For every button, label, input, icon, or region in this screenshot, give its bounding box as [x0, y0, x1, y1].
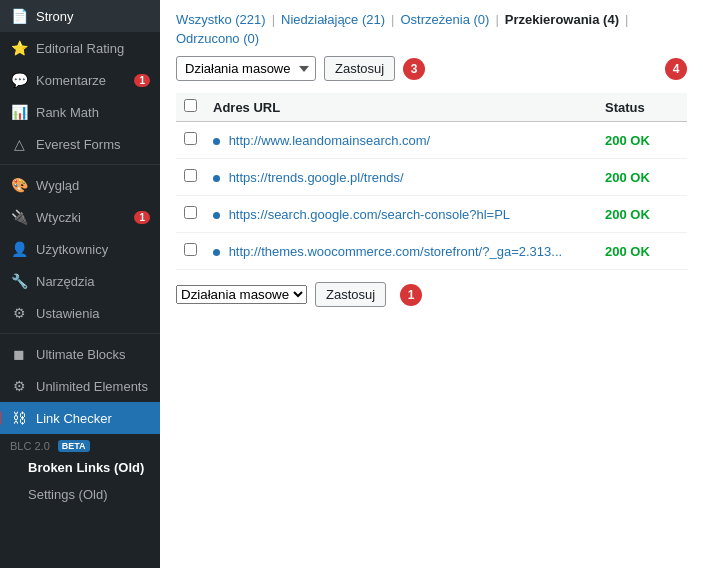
sidebar-label-narzedzia: Narzędzia [36, 274, 150, 289]
annotation-1: 1 [400, 284, 422, 306]
row-status-cell: 200 OK [597, 233, 687, 270]
sidebar-divider-2 [0, 333, 160, 334]
sidebar-label-rank-math: Rank Math [36, 105, 150, 120]
table-row: https://search.google.com/search-console… [176, 196, 687, 233]
sidebar-item-rank-math[interactable]: 📊 Rank Math [0, 96, 160, 128]
star-icon: ⭐ [10, 40, 28, 56]
sidebar-label-strony: Strony [36, 9, 150, 24]
sidebar-item-unlimited-elements[interactable]: ⚙ Unlimited Elements [0, 370, 160, 402]
sidebar-sub-settings-old[interactable]: Settings (Old) [0, 481, 160, 508]
filter-tabs: Wszystko (221) | Niedziałające (21) | Os… [176, 12, 687, 46]
sidebar-label-uzytkownicy: Użytkownicy [36, 242, 150, 257]
wtyczki-badge: 1 [134, 211, 150, 224]
table-row: http://www.leandomainsearch.com/ 200 OK [176, 122, 687, 159]
user-icon: 👤 [10, 241, 28, 257]
annotation-4: 4 [665, 58, 687, 80]
tab-niedzialajace[interactable]: Niedziałające (21) [281, 12, 385, 27]
top-toolbar: Działania masowe Zastosuj 3 4 [176, 56, 687, 81]
sidebar-item-strony[interactable]: 📄 Strony [0, 0, 160, 32]
sidebar-label-wtyczki: Wtyczki [36, 210, 126, 225]
apply-button-top[interactable]: Zastosuj [324, 56, 395, 81]
tab-odrzucono[interactable]: Odrzucono (0) [176, 31, 259, 46]
sidebar-item-komentarze[interactable]: 💬 Komentarze 1 [0, 64, 160, 96]
chart-icon: 📊 [10, 104, 28, 120]
status-badge: 200 OK [605, 244, 650, 259]
status-badge: 200 OK [605, 133, 650, 148]
sidebar-item-narzedzia[interactable]: 🔧 Narzędzia [0, 265, 160, 297]
table-row: https://trends.google.pl/trends/ 200 OK [176, 159, 687, 196]
block-icon: ◼ [10, 346, 28, 362]
th-status: Status [597, 93, 687, 122]
row-status-cell: 200 OK [597, 159, 687, 196]
triangle-icon: △ [10, 136, 28, 152]
status-dot [213, 175, 220, 182]
annotation-3: 3 [403, 58, 425, 80]
row-checkbox-cell [176, 122, 205, 159]
sidebar-item-wyglad[interactable]: 🎨 Wygląd [0, 169, 160, 201]
row-checkbox-3[interactable] [184, 243, 197, 256]
row-url-link[interactable]: http://www.leandomainsearch.com/ [229, 133, 431, 148]
sidebar-item-ustawienia[interactable]: ⚙ Ustawienia [0, 297, 160, 329]
tab-ostrzezenia[interactable]: Ostrzeżenia (0) [401, 12, 490, 27]
row-checkbox-cell [176, 196, 205, 233]
sidebar-label-editorial-rating: Editorial Rating [36, 41, 150, 56]
select-all-checkbox[interactable] [184, 99, 197, 112]
bottom-toolbar: Działania masowe Zastosuj 1 [176, 282, 687, 307]
th-checkbox [176, 93, 205, 122]
sidebar: 📄 Strony ⭐ Editorial Rating 💬 Komentarze… [0, 0, 160, 568]
row-url-cell: https://search.google.com/search-console… [205, 196, 597, 233]
plugin-icon: 🔌 [10, 209, 28, 225]
sidebar-label-ultimate-blocks: Ultimate Blocks [36, 347, 150, 362]
bulk-action-select-bottom[interactable]: Działania masowe [176, 285, 307, 304]
tab-wszystko[interactable]: Wszystko (221) [176, 12, 266, 27]
gear-icon: ⚙ [10, 305, 28, 321]
row-url-cell: http://themes.woocommerce.com/storefront… [205, 233, 597, 270]
palette-icon: 🎨 [10, 177, 28, 193]
apply-button-bottom[interactable]: Zastosuj [315, 282, 386, 307]
status-badge: 200 OK [605, 207, 650, 222]
row-url-cell: https://trends.google.pl/trends/ [205, 159, 597, 196]
row-url-link[interactable]: http://themes.woocommerce.com/storefront… [229, 244, 562, 259]
row-url-cell: http://www.leandomainsearch.com/ [205, 122, 597, 159]
row-url-link[interactable]: https://trends.google.pl/trends/ [229, 170, 404, 185]
row-checkbox-cell [176, 159, 205, 196]
status-dot [213, 212, 220, 219]
komentarze-badge: 1 [134, 74, 150, 87]
link-icon: ⛓ [10, 410, 28, 426]
sidebar-item-everest-forms[interactable]: △ Everest Forms [0, 128, 160, 160]
sidebar-label-ustawienia: Ustawienia [36, 306, 150, 321]
th-url: Adres URL [205, 93, 597, 122]
arrow-indicator [0, 411, 1, 425]
row-url-link[interactable]: https://search.google.com/search-console… [229, 207, 510, 222]
sidebar-label-komentarze: Komentarze [36, 73, 126, 88]
table-row: http://themes.woocommerce.com/storefront… [176, 233, 687, 270]
sidebar-label-unlimited-elements: Unlimited Elements [36, 379, 150, 394]
status-dot [213, 138, 220, 145]
sidebar-label-wyglad: Wygląd [36, 178, 150, 193]
row-status-cell: 200 OK [597, 122, 687, 159]
wrench-icon: 🔧 [10, 273, 28, 289]
sidebar-item-wtyczki[interactable]: 🔌 Wtyczki 1 [0, 201, 160, 233]
blc-version-label: BLC 2.0 [10, 440, 50, 452]
comment-icon: 💬 [10, 72, 28, 88]
sidebar-label-link-checker: Link Checker [36, 411, 150, 426]
row-checkbox-0[interactable] [184, 132, 197, 145]
bulk-action-select-top[interactable]: Działania masowe [176, 56, 316, 81]
sidebar-sub-broken-links-old[interactable]: Broken Links (Old) [0, 454, 160, 481]
page-icon: 📄 [10, 8, 28, 24]
sidebar-item-uzytkownicy[interactable]: 👤 Użytkownicy [0, 233, 160, 265]
sidebar-divider-1 [0, 164, 160, 165]
tab-przekierowania[interactable]: Przekierowania (4) [505, 12, 619, 27]
sidebar-item-editorial-rating[interactable]: ⭐ Editorial Rating [0, 32, 160, 64]
row-checkbox-1[interactable] [184, 169, 197, 182]
sidebar-label-everest-forms: Everest Forms [36, 137, 150, 152]
row-checkbox-2[interactable] [184, 206, 197, 219]
main-content: Wszystko (221) | Niedziałające (21) | Os… [160, 0, 703, 568]
beta-badge: BETA [58, 440, 90, 452]
status-dot [213, 249, 220, 256]
status-badge: 200 OK [605, 170, 650, 185]
row-checkbox-cell [176, 233, 205, 270]
sidebar-item-link-checker[interactable]: ⛓ Link Checker [0, 402, 160, 434]
gear2-icon: ⚙ [10, 378, 28, 394]
sidebar-item-ultimate-blocks[interactable]: ◼ Ultimate Blocks [0, 338, 160, 370]
